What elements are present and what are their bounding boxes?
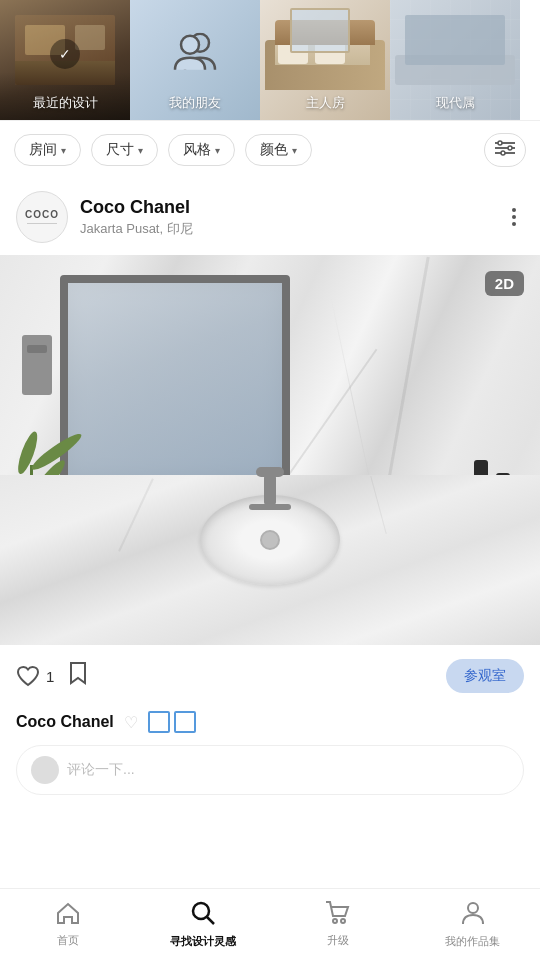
filter-size[interactable]: 尺寸 ▾ xyxy=(91,134,158,166)
post-squares xyxy=(148,711,196,733)
category-label-modern: 现代属 xyxy=(390,94,520,112)
profile-info: Coco Chanel Jakarta Pusat, 印尼 xyxy=(80,197,492,238)
post-square-1 xyxy=(148,711,170,733)
category-item-master[interactable]: 主人房 xyxy=(260,0,390,120)
svg-point-11 xyxy=(341,919,345,923)
nav-home-label: 首页 xyxy=(57,933,79,948)
category-label-master: 主人房 xyxy=(260,94,390,112)
nav-cart[interactable]: 升级 xyxy=(270,893,405,956)
category-item-modern[interactable]: 现代属 xyxy=(390,0,520,120)
post-title-row: Coco Chanel ♡ xyxy=(0,707,540,745)
cart-icon xyxy=(325,901,351,929)
avatar[interactable]: COCO xyxy=(16,191,68,243)
comment-placeholder: 评论一下... xyxy=(67,761,135,779)
category-label-friends: 我的朋友 xyxy=(130,94,260,112)
category-label-recent: 最近的设计 xyxy=(0,94,130,112)
category-item-recent[interactable]: ✓ 最近的设计 xyxy=(0,0,130,120)
post-heart-icon: ♡ xyxy=(124,713,138,732)
chevron-down-icon: ▾ xyxy=(138,145,143,156)
filter-color[interactable]: 颜色 ▾ xyxy=(245,134,312,166)
bottom-nav: 首页 寻找设计灵感 升级 我的作品集 xyxy=(0,888,540,960)
post-square-2 xyxy=(174,711,196,733)
svg-point-6 xyxy=(508,146,512,150)
like-count: 1 xyxy=(46,668,54,685)
category-item-friends[interactable]: 我的朋友 xyxy=(130,0,260,120)
svg-point-8 xyxy=(193,903,209,919)
nav-search-label: 寻找设计灵感 xyxy=(170,934,236,949)
chevron-down-icon: ▾ xyxy=(61,145,66,156)
profile-name: Coco Chanel xyxy=(80,197,492,218)
svg-point-7 xyxy=(501,151,505,155)
profile-row: COCO Coco Chanel Jakarta Pusat, 印尼 xyxy=(0,179,540,255)
nav-profile-label: 我的作品集 xyxy=(445,934,500,949)
user-icon xyxy=(461,900,485,930)
like-button[interactable]: 1 xyxy=(16,665,54,687)
comment-input[interactable]: 评论一下... xyxy=(16,745,524,795)
design-image: 2D xyxy=(0,255,540,645)
search-icon xyxy=(190,900,216,930)
chevron-down-icon: ▾ xyxy=(215,145,220,156)
nav-cart-label: 升级 xyxy=(327,933,349,948)
post-author-name: Coco Chanel xyxy=(16,713,114,731)
bookmark-button[interactable] xyxy=(68,661,88,691)
filter-bar: 房间 ▾ 尺寸 ▾ 风格 ▾ 颜色 ▾ xyxy=(0,121,540,179)
filter-room[interactable]: 房间 ▾ xyxy=(14,134,81,166)
svg-point-12 xyxy=(468,903,478,913)
svg-line-9 xyxy=(207,917,214,924)
badge-2d: 2D xyxy=(485,271,524,296)
svg-point-10 xyxy=(333,919,337,923)
advanced-filter-button[interactable] xyxy=(484,133,526,167)
sink-counter xyxy=(0,475,540,645)
nav-search[interactable]: 寻找设计灵感 xyxy=(135,892,270,957)
svg-point-1 xyxy=(181,36,199,54)
category-strip: ✓ 最近的设计 我的朋友 xyxy=(0,0,540,121)
action-row: 1 参观室 xyxy=(0,645,540,707)
nav-home[interactable]: 首页 xyxy=(0,893,135,956)
wall-fixture xyxy=(22,335,52,395)
home-icon xyxy=(55,901,81,929)
chevron-down-icon: ▾ xyxy=(292,145,297,156)
svg-point-5 xyxy=(498,141,502,145)
nav-profile[interactable]: 我的作品集 xyxy=(405,892,540,957)
profile-location: Jakarta Pusat, 印尼 xyxy=(80,220,492,238)
more-options-button[interactable] xyxy=(504,204,524,230)
commenter-avatar xyxy=(31,756,59,784)
visit-room-button[interactable]: 参观室 xyxy=(446,659,524,693)
filter-style[interactable]: 风格 ▾ xyxy=(168,134,235,166)
